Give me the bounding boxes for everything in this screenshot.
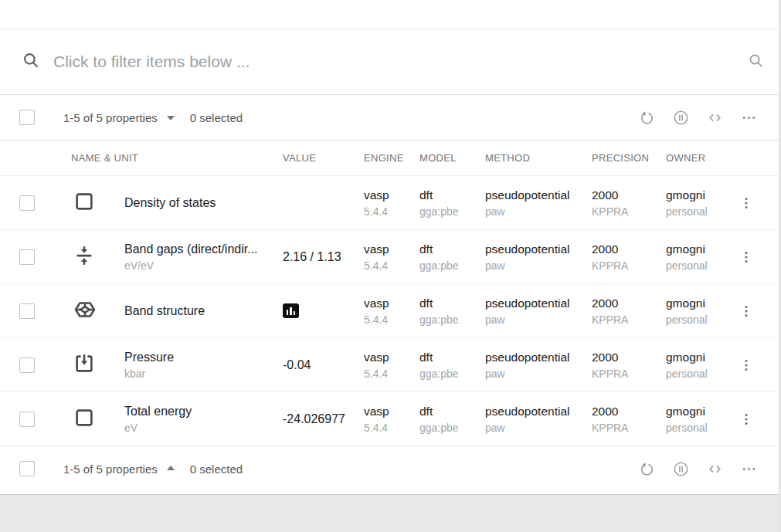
- refresh-icon[interactable]: [637, 459, 656, 478]
- method-name: pseudopotential: [485, 351, 592, 364]
- property-unit: eV/eV: [124, 259, 283, 272]
- table-row: Band structure vasp5.4.4 dftgga:pbe pseu…: [0, 284, 781, 338]
- property-value: -24.026977: [283, 412, 345, 426]
- property-value: -0.04: [283, 358, 311, 372]
- model-name: dft: [419, 405, 485, 418]
- filter-input[interactable]: [53, 53, 747, 71]
- table-toolbar-top: 1-5 of 5 properties 0 selected: [0, 95, 781, 141]
- header-method: METHOD: [485, 152, 530, 164]
- engine-version: 5.4.4: [364, 259, 419, 272]
- select-all-checkbox[interactable]: [19, 110, 35, 125]
- row-checkbox[interactable]: [19, 249, 35, 265]
- search-icon-secondary[interactable]: [747, 52, 765, 73]
- method-sub: paw: [485, 205, 592, 218]
- method-sub: paw: [485, 259, 592, 272]
- more-horizontal-icon[interactable]: [739, 108, 758, 127]
- filter-bar: [0, 29, 781, 95]
- properties-panel: 1-5 of 5 properties 0 selected: [0, 0, 781, 532]
- model-name: dft: [419, 296, 485, 310]
- owner-name: gmogni: [666, 188, 735, 202]
- method-name: pseudopotential: [485, 405, 592, 418]
- model-sub: gga:pbe: [419, 259, 485, 272]
- property-unit: eV: [124, 422, 283, 434]
- row-checkbox[interactable]: [19, 412, 35, 427]
- engine-version: 5.4.4: [364, 313, 419, 326]
- table-toolbar-bottom: 1-5 of 5 properties 0 selected: [0, 446, 781, 491]
- method-name: pseudopotential: [485, 296, 592, 310]
- method-sub: paw: [485, 368, 592, 380]
- chevron-up-icon: [167, 466, 175, 470]
- precision-value: 2000: [592, 242, 666, 256]
- model-name: dft: [419, 351, 485, 364]
- owner-context: personal: [666, 368, 735, 380]
- pagination-dropdown[interactable]: 1-5 of 5 properties: [63, 463, 175, 476]
- row-menu-icon[interactable]: [737, 302, 756, 320]
- precision-value: 2000: [592, 296, 666, 310]
- code-icon[interactable]: [705, 459, 724, 478]
- header-precision: PRECISION: [592, 152, 649, 164]
- method-name: pseudopotential: [485, 188, 592, 202]
- engine-name: vasp: [364, 351, 419, 364]
- square-outline-icon: [73, 406, 96, 432]
- select-all-checkbox[interactable]: [19, 461, 35, 476]
- row-checkbox[interactable]: [19, 303, 35, 319]
- square-outline-icon: [73, 190, 96, 216]
- vertical-compress-icon: [73, 244, 96, 270]
- selected-count-label: 0 selected: [190, 463, 243, 476]
- bar-chart-badge[interactable]: [283, 303, 299, 318]
- pause-circle-icon[interactable]: [671, 459, 690, 478]
- owner-context: personal: [666, 313, 735, 326]
- model-sub: gga:pbe: [419, 205, 485, 218]
- row-menu-icon[interactable]: [737, 248, 756, 266]
- property-name: Band structure: [124, 304, 283, 318]
- model-sub: gga:pbe: [419, 313, 485, 326]
- engine-name: vasp: [364, 296, 419, 310]
- box-arrow-down-icon: [73, 352, 96, 378]
- table-row: Density of states vasp5.4.4 dftgga:pbe p…: [0, 176, 781, 230]
- more-horizontal-icon[interactable]: [739, 459, 758, 478]
- engine-name: vasp: [364, 188, 419, 202]
- table-row: Pressure kbar -0.04 vasp5.4.4 dftgga:pbe…: [0, 338, 781, 392]
- header-model: MODEL: [419, 152, 457, 164]
- engine-name: vasp: [364, 405, 419, 418]
- row-menu-icon[interactable]: [737, 410, 756, 429]
- model-name: dft: [419, 188, 485, 202]
- method-sub: paw: [485, 422, 592, 434]
- header-value: VALUE: [283, 152, 316, 164]
- row-checkbox[interactable]: [19, 195, 35, 211]
- precision-value: 2000: [592, 188, 666, 202]
- code-icon[interactable]: [705, 108, 724, 127]
- refresh-icon[interactable]: [637, 108, 656, 127]
- pagination-label: 1-5 of 5 properties: [63, 111, 158, 124]
- property-value: 2.16 / 1.13: [283, 250, 341, 264]
- footer-background: [0, 495, 781, 532]
- row-menu-icon[interactable]: [737, 356, 756, 374]
- owner-name: gmogni: [666, 242, 735, 256]
- method-sub: paw: [485, 313, 592, 326]
- pause-circle-icon[interactable]: [671, 108, 690, 127]
- property-name: Density of states: [124, 196, 283, 210]
- pagination-label: 1-5 of 5 properties: [63, 463, 158, 476]
- header-name-unit: NAME & UNIT: [71, 152, 138, 164]
- pagination-dropdown[interactable]: 1-5 of 5 properties: [63, 111, 175, 124]
- owner-context: personal: [666, 205, 735, 218]
- property-name: Band gaps (direct/indir...: [124, 242, 283, 256]
- property-unit: kbar: [124, 368, 283, 380]
- header-engine: ENGINE: [364, 152, 404, 164]
- owner-name: gmogni: [666, 296, 735, 310]
- table-row: Total energy eV -24.026977 vasp5.4.4 dft…: [0, 392, 781, 446]
- toolbar-actions: [637, 459, 758, 478]
- selected-count-label: 0 selected: [190, 111, 243, 124]
- crystal-structure-icon: [73, 297, 97, 325]
- row-checkbox[interactable]: [19, 357, 35, 373]
- engine-version: 5.4.4: [364, 368, 419, 380]
- property-name: Total energy: [124, 405, 283, 418]
- model-sub: gga:pbe: [419, 368, 485, 380]
- owner-context: personal: [666, 259, 735, 272]
- header-owner: OWNER: [666, 152, 705, 164]
- chevron-down-icon: [167, 116, 175, 120]
- row-menu-icon[interactable]: [737, 194, 756, 212]
- owner-name: gmogni: [666, 405, 735, 418]
- model-sub: gga:pbe: [419, 422, 485, 434]
- owner-context: personal: [666, 422, 735, 434]
